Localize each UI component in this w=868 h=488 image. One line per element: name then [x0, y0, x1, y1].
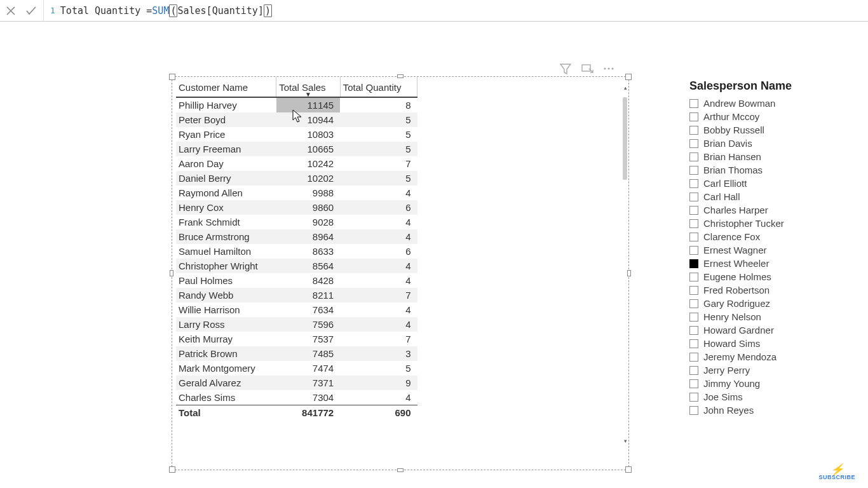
cell-total-sales[interactable]: 8564	[276, 259, 340, 273]
cell-customer-name[interactable]: Gerald Alvarez	[176, 376, 276, 390]
cell-customer-name[interactable]: Christopher Wright	[176, 259, 276, 273]
slicer-item[interactable]: Carl Elliott	[689, 177, 855, 190]
cell-customer-name[interactable]: Ryan Price	[176, 127, 276, 142]
column-header[interactable]: Customer Name	[176, 77, 276, 97]
cell-customer-name[interactable]: Keith Murray	[176, 332, 276, 346]
slicer-item[interactable]: Fred Robertson	[689, 283, 855, 297]
table-row[interactable]: Samuel Hamilton86336	[176, 244, 417, 259]
cell-customer-name[interactable]: Samuel Hamilton	[176, 244, 276, 259]
cell-total-qty[interactable]: 4	[340, 273, 417, 288]
slicer-item[interactable]: Henry Nelson	[689, 310, 855, 323]
checkbox-icon[interactable]	[689, 206, 698, 215]
checkbox-icon[interactable]	[689, 259, 698, 268]
checkbox-icon[interactable]	[689, 166, 698, 175]
checkbox-icon[interactable]	[689, 286, 698, 295]
checkbox-icon[interactable]	[689, 299, 698, 308]
cell-total-qty[interactable]: 5	[340, 361, 417, 376]
cell-customer-name[interactable]: Patrick Brown	[176, 346, 276, 361]
table-row[interactable]: Charles Sims73044	[176, 390, 417, 405]
cell-total-qty[interactable]: 4	[340, 259, 417, 273]
cell-customer-name[interactable]: Phillip Harvey	[176, 97, 276, 112]
slicer-item[interactable]: Jimmy Young	[689, 377, 855, 390]
table-row[interactable]: Bruce Armstrong89644	[176, 229, 417, 244]
table-row[interactable]: Aaron Day102427	[176, 156, 417, 171]
table-row[interactable]: Daniel Berry102025	[176, 171, 417, 186]
table-row[interactable]: Phillip Harvey111458	[176, 97, 417, 112]
slicer-item[interactable]: Andrew Bowman	[689, 97, 855, 110]
slicer-item[interactable]: Ernest Wheeler	[689, 257, 855, 270]
cell-total-qty[interactable]: 7	[340, 288, 417, 302]
table-row[interactable]: Christopher Wright85644	[176, 259, 417, 273]
table-row[interactable]: Willie Harrison76344	[176, 302, 417, 317]
cell-total-sales[interactable]: 8211	[276, 288, 340, 302]
cell-total-qty[interactable]: 3	[340, 346, 417, 361]
slicer-item[interactable]: Jerry Perry	[689, 363, 855, 377]
checkbox-icon[interactable]	[689, 99, 698, 108]
cell-total-qty[interactable]: 4	[340, 317, 417, 332]
table-row[interactable]: Gerald Alvarez73719	[176, 376, 417, 390]
cell-total-sales[interactable]: 11145	[276, 97, 340, 112]
focus-mode-icon[interactable]	[581, 62, 593, 75]
checkbox-icon[interactable]	[689, 112, 698, 121]
checkbox-icon[interactable]	[689, 152, 698, 161]
checkbox-icon[interactable]	[689, 393, 698, 402]
cell-customer-name[interactable]: Charles Sims	[176, 390, 276, 405]
checkbox-icon[interactable]	[689, 126, 698, 135]
cell-total-qty[interactable]: 8	[340, 97, 417, 112]
cell-customer-name[interactable]: Bruce Armstrong	[176, 229, 276, 244]
slicer-item[interactable]: Brian Hansen	[689, 150, 855, 163]
cell-total-qty[interactable]: 6	[340, 200, 417, 215]
cell-total-sales[interactable]: 7537	[276, 332, 340, 346]
cell-total-sales[interactable]: 10803	[276, 127, 340, 142]
table-row[interactable]: Frank Schmidt90284	[176, 215, 417, 229]
table-row[interactable]: Patrick Brown74853	[176, 346, 417, 361]
cell-total-sales[interactable]: 7304	[276, 390, 340, 405]
cell-total-sales[interactable]: 9028	[276, 215, 340, 229]
slicer-item[interactable]: Howard Gardner	[689, 323, 855, 337]
cell-total-qty[interactable]: 5	[340, 142, 417, 156]
slicer-item[interactable]: Christopher Tucker	[689, 217, 855, 230]
checkbox-icon[interactable]	[689, 326, 698, 335]
cell-customer-name[interactable]: Daniel Berry	[176, 171, 276, 186]
table-row[interactable]: Ryan Price108035	[176, 127, 417, 142]
cell-total-qty[interactable]: 9	[340, 376, 417, 390]
slicer-item[interactable]: Clarence Fox	[689, 230, 855, 243]
cell-total-sales[interactable]: 10202	[276, 171, 340, 186]
formula-input[interactable]: 1 Total Quantity = SUM ( Sales[Quantity]…	[44, 4, 272, 17]
cell-customer-name[interactable]: Henry Cox	[176, 200, 276, 215]
slicer-item[interactable]: Howard Sims	[689, 337, 855, 350]
cell-total-qty[interactable]: 4	[340, 229, 417, 244]
cell-customer-name[interactable]: Frank Schmidt	[176, 215, 276, 229]
checkbox-icon[interactable]	[689, 219, 698, 228]
cell-total-qty[interactable]: 7	[340, 156, 417, 171]
cell-total-sales[interactable]: 7474	[276, 361, 340, 376]
slicer-item[interactable]: Eugene Holmes	[689, 270, 855, 283]
checkbox-icon[interactable]	[689, 339, 698, 348]
resize-handle[interactable]	[625, 74, 632, 80]
checkbox-icon[interactable]	[689, 246, 698, 255]
table-row[interactable]: Peter Boyd109445	[176, 112, 417, 127]
cell-total-sales[interactable]: 8633	[276, 244, 340, 259]
cell-customer-name[interactable]: Aaron Day	[176, 156, 276, 171]
slicer-item[interactable]: Brian Davis	[689, 137, 855, 150]
slicer-item[interactable]: Gary Rodriguez	[689, 297, 855, 310]
cell-total-qty[interactable]: 7	[340, 332, 417, 346]
checkbox-icon[interactable]	[689, 353, 698, 362]
table-row[interactable]: Keith Murray75377	[176, 332, 417, 346]
checkbox-icon[interactable]	[689, 139, 698, 148]
cell-total-sales[interactable]: 7634	[276, 302, 340, 317]
slicer-item[interactable]: Charles Harper	[689, 203, 855, 217]
cell-total-qty[interactable]: 4	[340, 302, 417, 317]
cell-customer-name[interactable]: Larry Ross	[176, 317, 276, 332]
checkbox-icon[interactable]	[689, 379, 698, 388]
column-header[interactable]: Total Sales▼	[276, 77, 340, 97]
cell-total-qty[interactable]: 4	[340, 186, 417, 200]
cell-total-sales[interactable]: 8964	[276, 229, 340, 244]
slicer-item[interactable]: Ernest Wagner	[689, 243, 855, 257]
cell-total-sales[interactable]: 7371	[276, 376, 340, 390]
cell-total-qty[interactable]: 5	[340, 127, 417, 142]
cell-customer-name[interactable]: Raymond Allen	[176, 186, 276, 200]
cell-customer-name[interactable]: Larry Freeman	[176, 142, 276, 156]
scroll-up-icon[interactable]: ▴	[622, 85, 628, 91]
cancel-icon[interactable]	[4, 4, 18, 18]
